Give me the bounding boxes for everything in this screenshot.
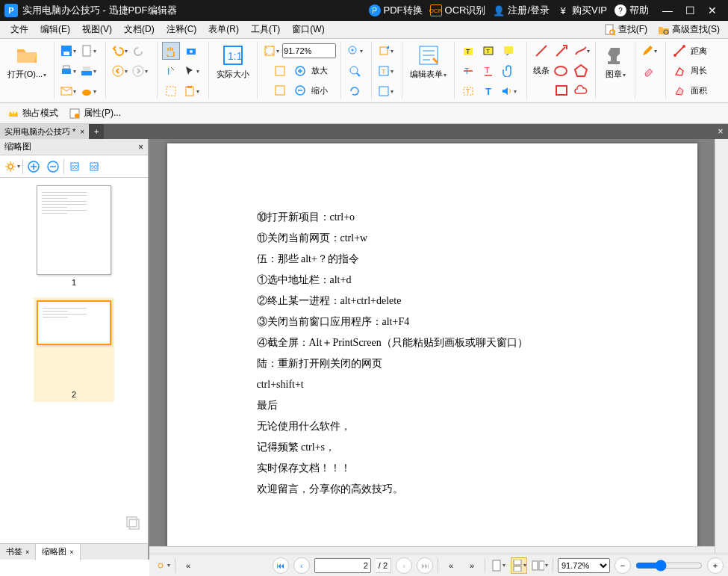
open-button[interactable]: 打开(O)... <box>4 42 49 81</box>
page-layout-facing-button[interactable] <box>532 557 548 574</box>
prev-view-nav-button[interactable]: « <box>443 557 459 574</box>
thumb-zoom-in-button[interactable] <box>25 158 43 176</box>
actual-size-button[interactable]: 1:1 实际大小 <box>214 42 252 81</box>
edit-text-button[interactable]: T <box>376 62 394 80</box>
arrow-tool-button[interactable] <box>553 42 570 60</box>
prev-view-button[interactable] <box>111 62 128 80</box>
redo-button[interactable] <box>131 42 149 60</box>
typewriter-button[interactable]: T <box>459 82 477 100</box>
help-button[interactable]: ? 帮助 <box>615 4 649 17</box>
close-button[interactable]: ✕ <box>701 4 724 16</box>
minimize-button[interactable]: — <box>656 4 679 16</box>
polygon-tool-button[interactable] <box>572 62 590 80</box>
collapse-button[interactable]: « <box>180 557 196 574</box>
thumbnail-page-2[interactable]: 2 <box>34 297 114 402</box>
zoom-out-button[interactable] <box>291 81 309 99</box>
note-button[interactable] <box>500 42 517 60</box>
properties-button[interactable]: 属性(P)... <box>66 105 124 121</box>
page-layout-continuous-button[interactable] <box>511 557 527 574</box>
buy-vip-button[interactable]: ¥ 购买VIP <box>557 4 607 17</box>
next-page-button[interactable]: › <box>396 557 412 574</box>
first-page-button[interactable]: ⏮ <box>273 557 289 574</box>
login-button[interactable]: 👤 注册/登录 <box>493 4 550 17</box>
ocr-button[interactable]: OCR OCR识别 <box>430 4 486 17</box>
status-options-button[interactable] <box>154 557 170 574</box>
last-page-button[interactable]: ⏭ <box>417 557 433 574</box>
area-button[interactable] <box>671 81 688 99</box>
page-number-input[interactable] <box>314 558 371 573</box>
tab-bookmarks[interactable]: 书签× <box>0 544 36 560</box>
fit-width-button[interactable] <box>271 62 289 80</box>
menu-window[interactable]: 窗口(W) <box>286 23 330 36</box>
menu-file[interactable]: 文件 <box>4 23 34 36</box>
pan-zoom-button[interactable] <box>346 82 364 100</box>
oval-tool-button[interactable] <box>552 62 570 80</box>
scan-button[interactable] <box>79 62 97 80</box>
zoom-in-button[interactable] <box>291 62 309 80</box>
menu-tools[interactable]: 工具(T) <box>245 23 286 36</box>
menu-document[interactable]: 文档(D) <box>118 23 161 36</box>
underline-button[interactable]: T <box>479 62 497 80</box>
thumbnail-page-1[interactable]: 1 <box>37 185 111 287</box>
status-zoom-out-button[interactable]: − <box>615 557 631 574</box>
line-tool-button[interactable] <box>532 42 550 60</box>
rect-tool-button[interactable] <box>553 81 570 99</box>
callout-button[interactable]: T <box>479 82 497 100</box>
select-tool-button[interactable] <box>182 62 200 80</box>
maximize-button[interactable]: ☐ <box>679 4 701 16</box>
next-view-nav-button[interactable]: » <box>464 557 480 574</box>
zoom-percent-select[interactable]: 91.72% <box>558 558 610 573</box>
email-button[interactable] <box>59 82 77 100</box>
cloud-button[interactable] <box>79 82 97 100</box>
tab-close-icon[interactable]: × <box>80 128 84 136</box>
document-canvas[interactable]: ⑩打开新项目：ctrl+o ⑪关闭当前网页：ctrl+w 伍：那些 alt+？的… <box>149 139 728 560</box>
perimeter-button[interactable] <box>671 62 688 80</box>
fit-height-button[interactable] <box>271 81 289 99</box>
zoom-input[interactable] <box>282 43 336 58</box>
exclusive-mode-button[interactable]: 独占模式 <box>4 105 61 121</box>
zoom-marquee-button[interactable] <box>346 42 364 60</box>
menu-edit[interactable]: 编辑(E) <box>34 23 76 36</box>
undo-button[interactable] <box>111 42 128 60</box>
edit-object-button[interactable] <box>376 82 394 100</box>
attach-button[interactable] <box>500 62 517 80</box>
advanced-find-button[interactable]: 高级查找(S) <box>654 22 724 37</box>
loupe-button[interactable] <box>346 62 364 80</box>
edit-form-button[interactable]: 编辑表单 <box>407 42 449 81</box>
save-button[interactable] <box>59 42 77 60</box>
thumb-options-button[interactable] <box>3 158 21 176</box>
menu-form[interactable]: 表单(R) <box>202 23 245 36</box>
print-button[interactable] <box>59 62 77 80</box>
snapshot-button[interactable] <box>182 42 200 60</box>
rotate-view-button[interactable] <box>376 42 394 60</box>
audio-button[interactable] <box>500 82 517 100</box>
hand-tool-button[interactable] <box>162 42 180 60</box>
vertical-scrollbar[interactable] <box>715 139 728 560</box>
fit-page-button[interactable] <box>262 42 280 60</box>
tab-thumbnails[interactable]: 缩略图× <box>36 544 80 560</box>
clipboard-button[interactable] <box>182 82 200 100</box>
document-tab[interactable]: 实用电脑办公技巧 *× <box>0 124 89 139</box>
thumb-zoom-out-button[interactable] <box>44 158 62 176</box>
page-layout-single-button[interactable] <box>490 557 506 574</box>
menu-view[interactable]: 视图(V) <box>76 23 118 36</box>
new-button[interactable] <box>79 42 97 60</box>
select-text-button[interactable]: I <box>162 62 180 80</box>
find-button[interactable]: 查找(F) <box>600 22 651 37</box>
strikethrough-button[interactable]: T <box>459 62 477 80</box>
close-all-tabs-button[interactable]: × <box>713 126 728 137</box>
next-view-button[interactable] <box>131 62 149 80</box>
status-zoom-in-button[interactable]: + <box>707 557 724 574</box>
cloud-tool-button[interactable] <box>573 81 591 99</box>
highlight-button[interactable]: T <box>459 42 477 60</box>
distance-button[interactable] <box>671 42 688 60</box>
pdf-convert-button[interactable]: P PDF转换 <box>369 4 423 17</box>
text-box-button[interactable]: T <box>479 42 497 60</box>
rotate-cw-button[interactable]: 90° <box>85 158 103 176</box>
new-tab-button[interactable]: + <box>89 124 104 139</box>
panel-close-button[interactable]: × <box>138 142 143 152</box>
edit-content-button[interactable] <box>162 82 180 100</box>
stamp-button[interactable]: 图章 <box>600 42 630 81</box>
zoom-slider[interactable] <box>635 560 703 572</box>
menu-comment[interactable]: 注释(C) <box>161 23 203 36</box>
